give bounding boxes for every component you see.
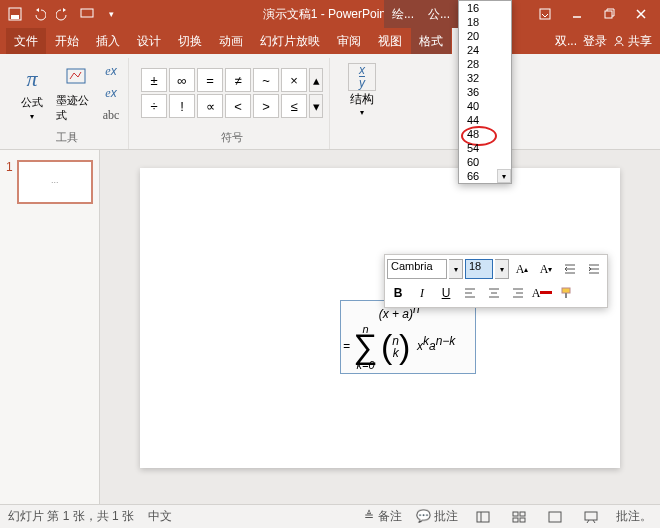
thumbnail-preview[interactable]: ∙∙∙ (17, 160, 93, 204)
font-color-icon[interactable]: A (531, 282, 553, 304)
qat-more-icon[interactable]: ▾ (100, 3, 122, 25)
symbol->[interactable]: > (253, 94, 279, 118)
ink-equation-button[interactable]: 墨迹公式 (56, 61, 96, 125)
symbol-<[interactable]: < (225, 94, 251, 118)
tab-design[interactable]: 设计 (129, 28, 169, 54)
slide[interactable]: (x + a)n = n ∑ k=0 ( nk ) (140, 168, 620, 468)
normal-text-icon[interactable]: abc (100, 105, 122, 125)
font-size-select[interactable]: 18 (465, 259, 493, 279)
tab-context1[interactable]: 绘... (384, 0, 422, 28)
group-label-tools: 工具 (56, 128, 78, 147)
symbols-expand-icon[interactable]: ▾ (309, 94, 323, 118)
redo-icon[interactable] (52, 3, 74, 25)
save-icon[interactable] (4, 3, 26, 25)
tab-extra[interactable]: 双... (555, 33, 577, 50)
decrease-indent-icon[interactable] (559, 258, 581, 280)
reading-view-icon[interactable] (544, 508, 566, 526)
svg-rect-17 (585, 512, 597, 520)
equation-container[interactable]: (x + a)n = n ∑ k=0 ( nk ) (340, 300, 476, 374)
symbol-~[interactable]: ~ (253, 68, 279, 92)
tab-file[interactable]: 文件 (6, 28, 46, 54)
status-bar: 幻灯片 第 1 张，共 1 张 中文 ≜ 备注 💬 批注 批注。 (0, 504, 660, 528)
format-painter-icon[interactable] (555, 282, 577, 304)
tab-home[interactable]: 开始 (47, 28, 87, 54)
decrease-font-icon[interactable]: A▾ (535, 258, 557, 280)
font-size-option-40[interactable]: 40 (459, 99, 511, 113)
underline-button[interactable]: U (435, 282, 457, 304)
tab-view[interactable]: 视图 (370, 28, 410, 54)
font-family-select[interactable]: Cambria (387, 259, 447, 279)
fraction-icon: xy (348, 63, 376, 91)
close-icon[interactable] (626, 3, 656, 25)
tools-side: ex ex abc (100, 61, 122, 125)
align-left-icon[interactable] (459, 282, 481, 304)
tab-slideshow[interactable]: 幻灯片放映 (252, 28, 328, 54)
symbol-÷[interactable]: ÷ (141, 94, 167, 118)
font-size-option-28[interactable]: 28 (459, 57, 511, 71)
equation-button[interactable]: π 公式 ▾ (12, 61, 52, 125)
sorter-view-icon[interactable] (508, 508, 530, 526)
ribbon: π 公式 ▾ 墨迹公式 ex ex abc 工具 ±∞=≠~×▴ ÷!∝<>≤▾… (0, 54, 660, 150)
symbol-=[interactable]: = (197, 68, 223, 92)
symbol-∞[interactable]: ∞ (169, 68, 195, 92)
font-size-option-16[interactable]: 16 (459, 1, 511, 15)
increase-indent-icon[interactable] (583, 258, 605, 280)
notes-button[interactable]: ≜ 备注 (364, 508, 401, 525)
symbol-![interactable]: ! (169, 94, 195, 118)
font-size-option-48[interactable]: 48 (459, 127, 511, 141)
slide-canvas-area[interactable]: (x + a)n = n ∑ k=0 ( nk ) (100, 150, 660, 504)
group-tools: π 公式 ▾ 墨迹公式 ex ex abc 工具 (6, 58, 129, 149)
font-size-option-54[interactable]: 54 (459, 141, 511, 155)
symbol-±[interactable]: ± (141, 68, 167, 92)
font-size-option-32[interactable]: 32 (459, 71, 511, 85)
tab-transitions[interactable]: 切换 (170, 28, 210, 54)
svg-rect-10 (477, 512, 489, 522)
font-size-option-20[interactable]: 20 (459, 29, 511, 43)
bold-button[interactable]: B (387, 282, 409, 304)
tab-review[interactable]: 审阅 (329, 28, 369, 54)
slideshow-view-icon[interactable] (580, 508, 602, 526)
fraction-button[interactable]: xy 结构 ▾ (342, 63, 382, 127)
increase-font-icon[interactable]: A▴ (511, 258, 533, 280)
thumbnail-pane[interactable]: 1 ∙∙∙ (0, 150, 100, 504)
align-right-icon[interactable] (507, 282, 529, 304)
symbol-×[interactable]: × (281, 68, 307, 92)
symbol-∝[interactable]: ∝ (197, 94, 223, 118)
start-slideshow-icon[interactable] (76, 3, 98, 25)
tab-format[interactable]: 格式 (411, 28, 451, 54)
svg-point-6 (617, 37, 622, 42)
group-struct: xy 结构 ▾ (336, 58, 388, 149)
font-size-dropdown-icon[interactable]: ▾ (495, 259, 509, 279)
italic-button[interactable]: I (411, 282, 433, 304)
symbol-≠[interactable]: ≠ (225, 68, 251, 92)
font-size-option-24[interactable]: 24 (459, 43, 511, 57)
tab-context2[interactable]: 公... (420, 0, 458, 28)
slide-thumbnail[interactable]: 1 ∙∙∙ (6, 160, 93, 204)
undo-icon[interactable] (28, 3, 50, 25)
font-family-dropdown-icon[interactable]: ▾ (449, 259, 463, 279)
share-button[interactable]: 共享 (613, 33, 652, 50)
ribbon-options-icon[interactable] (530, 3, 560, 25)
professional-icon[interactable]: ex (100, 61, 122, 81)
login-link[interactable]: 登录 (583, 33, 607, 50)
symbol-≤[interactable]: ≤ (281, 94, 307, 118)
equation[interactable]: (x + a)n = n ∑ k=0 ( nk ) (343, 303, 455, 371)
align-center-icon[interactable] (483, 282, 505, 304)
font-size-option-44[interactable]: 44 (459, 113, 511, 127)
language-status[interactable]: 中文 (148, 508, 172, 525)
font-size-option-36[interactable]: 36 (459, 85, 511, 99)
font-size-option-18[interactable]: 18 (459, 15, 511, 29)
font-size-dropdown[interactable]: 16182024283236404448546066▾ (458, 0, 512, 184)
tab-animation[interactable]: 动画 (211, 28, 251, 54)
linear-icon[interactable]: ex (100, 83, 122, 103)
tab-insert[interactable]: 插入 (88, 28, 128, 54)
symbols-scroll-up-icon[interactable]: ▴ (309, 68, 323, 92)
normal-view-icon[interactable] (472, 508, 494, 526)
window-controls (530, 3, 656, 25)
dropdown-scroll-icon[interactable]: ▾ (497, 169, 511, 183)
svg-rect-9 (565, 293, 567, 298)
minimize-icon[interactable] (562, 3, 592, 25)
comments-button[interactable]: 💬 批注 (416, 508, 458, 525)
font-size-option-60[interactable]: 60 (459, 155, 511, 169)
restore-icon[interactable] (594, 3, 624, 25)
